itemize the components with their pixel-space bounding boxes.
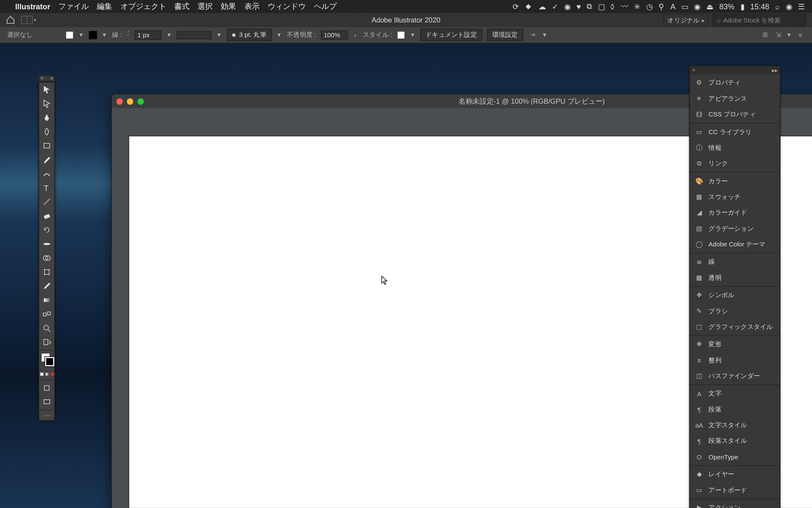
pen-tool[interactable] <box>39 110 55 124</box>
preferences-button[interactable]: 環境設定 <box>487 29 523 41</box>
window-close-button[interactable] <box>116 98 123 105</box>
clock-icon[interactable]: ◷ <box>646 2 653 11</box>
stroke-color-box[interactable] <box>45 357 54 366</box>
toolbox-expand-icon[interactable]: » <box>50 75 53 81</box>
panel-para-styles[interactable]: ¶段落スタイル <box>690 433 780 449</box>
menu-select[interactable]: 選択 <box>198 1 213 12</box>
window-zoom-button[interactable] <box>137 98 144 105</box>
menu-window[interactable]: ウィンドウ <box>268 1 306 12</box>
square-icon[interactable]: ▢ <box>598 2 605 11</box>
selection-tool[interactable] <box>39 83 55 97</box>
stock-search-input[interactable]: ⌕ Adobe Stock を検索 <box>713 14 806 26</box>
battery-box-icon[interactable]: ▭ <box>681 2 689 11</box>
panel-character[interactable]: A文字 <box>690 386 780 401</box>
panel-paragraph[interactable]: ¶段落 <box>690 401 780 417</box>
panel-cc-libraries[interactable]: ▭CC ライブラリ <box>690 124 780 140</box>
check-icon[interactable]: ✓ <box>552 2 558 11</box>
snap-dropdown[interactable]: ▾ <box>786 31 792 39</box>
align-popup-dropdown[interactable]: ▾ <box>542 31 548 39</box>
align-popup-icon[interactable]: ⇥ <box>528 30 537 39</box>
dock-collapse-icon[interactable]: ▸▸ <box>772 67 778 73</box>
home-icon[interactable] <box>6 16 15 24</box>
brush-definition[interactable]: 3 pt. 丸筆 <box>227 29 272 41</box>
input-icon[interactable]: A <box>670 2 675 11</box>
dock-header[interactable]: × ▸▸ <box>690 66 780 74</box>
panel-pathfinder[interactable]: ◫パスファインダー <box>690 368 780 384</box>
document-setup-button[interactable]: ドキュメント設定 <box>420 29 483 41</box>
panel-menu-icon[interactable]: ≡ <box>796 30 805 39</box>
menu-file[interactable]: ファイル <box>58 1 89 12</box>
battery-icon[interactable]: ▮ <box>741 2 745 11</box>
type-tool[interactable]: T <box>39 181 55 195</box>
workspace-switcher[interactable]: オリジナル ▾ <box>664 14 708 26</box>
dropbox-icon[interactable]: ⯁ <box>525 2 532 11</box>
app-name[interactable]: Illustrator <box>15 2 50 11</box>
stroke-stepper-icon[interactable]: ˄˅ <box>127 31 130 39</box>
blend-tool[interactable] <box>39 307 55 321</box>
window-minimize-button[interactable] <box>127 98 133 105</box>
shaper-tool[interactable] <box>39 167 55 181</box>
eject-icon[interactable]: ⏏ <box>706 2 713 11</box>
panel-transform[interactable]: ✥変形 <box>690 337 780 352</box>
panel-transparency[interactable]: ▩透明 <box>690 270 780 285</box>
rotate-tool[interactable] <box>39 223 55 237</box>
color-mode-chips[interactable] <box>39 371 55 379</box>
panel-info[interactable]: ⓘ情報 <box>690 140 780 155</box>
brush-dropdown[interactable]: ▾ <box>276 31 282 39</box>
creative-cloud-icon[interactable]: ⟳ <box>513 2 519 11</box>
zoom-tool[interactable] <box>39 321 55 335</box>
chip-gradient[interactable] <box>45 372 49 376</box>
toolbox-close-icon[interactable]: × <box>40 75 43 81</box>
menu-edit[interactable]: 編集 <box>97 1 112 12</box>
artboard-tool[interactable] <box>39 335 55 349</box>
gradient-tool[interactable] <box>39 293 55 307</box>
draw-mode-normal[interactable] <box>39 381 55 395</box>
menu-object[interactable]: オブジェクト <box>121 1 166 12</box>
eraser-tool[interactable] <box>39 209 55 223</box>
variable-width-profile[interactable] <box>177 31 212 39</box>
bluetooth-icon[interactable]: ⚲ <box>658 2 664 11</box>
panel-css-properties[interactable]: ⟪⟫CSS プロパティ <box>690 107 780 122</box>
panel-gradient[interactable]: ▤グラデーション <box>690 221 780 236</box>
spotlight-icon[interactable]: ⌕ <box>775 2 780 11</box>
screen-mode-button[interactable] <box>39 395 55 409</box>
free-transform-tool[interactable] <box>39 265 55 279</box>
panel-align[interactable]: ≡整列 <box>690 352 780 368</box>
edit-toolbar-button[interactable]: ⋯ <box>39 411 55 420</box>
panel-artboards[interactable]: ▭アートボード <box>690 482 780 498</box>
panel-color[interactable]: 🎨カラー <box>690 173 780 189</box>
control-center-icon[interactable]: ☰ <box>798 2 805 11</box>
menu-type[interactable]: 書式 <box>174 1 189 12</box>
variable-width-dropdown[interactable]: ▾ <box>217 31 222 39</box>
bell-icon[interactable]: ⧲ <box>611 2 615 11</box>
panel-links[interactable]: ⧉リンク <box>690 156 780 171</box>
opacity-input[interactable]: 100% <box>321 30 348 39</box>
fill-swatch[interactable] <box>66 31 74 39</box>
menu-help[interactable]: ヘルプ <box>314 1 337 12</box>
panel-adobe-color[interactable]: ◯Adobe Color テーマ <box>690 236 780 252</box>
panel-layers[interactable]: ◆レイヤー <box>690 467 780 482</box>
shape-builder-tool[interactable] <box>39 251 55 265</box>
panel-appearance[interactable]: ☀アピアランス <box>690 91 780 106</box>
eyedropper-tool[interactable] <box>39 279 55 293</box>
rectangle-tool[interactable] <box>39 139 55 153</box>
wave-icon[interactable]: 〰 <box>621 2 628 11</box>
fill-stroke-control[interactable] <box>39 351 55 371</box>
clock-time[interactable]: 15:48 <box>750 2 769 11</box>
stroke-width-input[interactable]: 1 px <box>134 30 162 39</box>
panel-color-guide[interactable]: ◢カラーガイド <box>690 205 780 221</box>
stroke-preset-dropdown[interactable]: ▾ <box>166 31 172 39</box>
width-tool[interactable] <box>39 237 55 251</box>
siri-icon[interactable]: ◉ <box>786 2 792 11</box>
chip-none[interactable] <box>50 372 54 376</box>
panel-brushes[interactable]: ✎ブラシ <box>690 303 780 319</box>
battery-percent[interactable]: 83% <box>719 2 735 11</box>
chip-solid[interactable] <box>39 372 44 376</box>
arrange-documents-button[interactable] <box>21 16 33 24</box>
toolbox-header[interactable]: × » <box>38 75 55 82</box>
curvature-tool[interactable] <box>39 124 55 138</box>
panel-char-styles[interactable]: aA文字スタイル <box>690 417 780 433</box>
cloud-icon[interactable]: ☁ <box>538 2 546 11</box>
line-tool[interactable] <box>39 195 55 209</box>
direct-selection-tool[interactable] <box>39 97 55 110</box>
